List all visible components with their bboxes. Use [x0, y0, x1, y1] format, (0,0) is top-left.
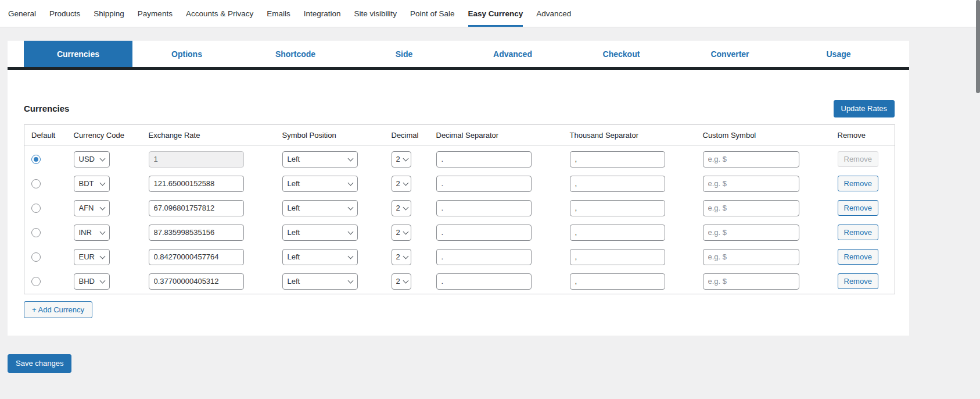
- thousand-separator-input[interactable]: [570, 151, 665, 168]
- decimal-select[interactable]: 2: [392, 249, 411, 265]
- thousand-separator-input[interactable]: [570, 249, 665, 265]
- thousand-separator-input[interactable]: [570, 176, 665, 192]
- settings-tab-easy-currency[interactable]: Easy Currency: [468, 0, 523, 27]
- decimal-separator-input[interactable]: [436, 249, 532, 265]
- custom-symbol-input[interactable]: [703, 225, 799, 241]
- thousand-separator-input[interactable]: [570, 200, 665, 216]
- column-header-decimal-separator: Decimal Separator: [429, 124, 563, 145]
- exchange-rate-input[interactable]: [149, 225, 244, 241]
- column-header-currency-code: Currency Code: [67, 124, 142, 145]
- settings-tab-advanced[interactable]: Advanced: [536, 0, 571, 27]
- settings-tab-shipping[interactable]: Shipping: [94, 0, 124, 27]
- currency-row-inr: INRLeft2Remove: [24, 220, 895, 245]
- decimal-separator-input[interactable]: [436, 200, 532, 216]
- default-currency-radio[interactable]: [31, 204, 41, 213]
- decimal-select[interactable]: 2: [392, 273, 411, 290]
- default-currency-radio[interactable]: [31, 277, 41, 286]
- currencies-panel-body: Currencies Update Rates DefaultCurrency …: [8, 100, 909, 336]
- exchange-rate-input[interactable]: [149, 151, 244, 168]
- settings-tab-site-visibility[interactable]: Site visibility: [354, 0, 397, 27]
- remove-button[interactable]: Remove: [838, 200, 878, 216]
- settings-tab-products[interactable]: Products: [49, 0, 80, 27]
- decimal-select-wrapper: 2: [392, 200, 411, 216]
- section-title: Currencies: [24, 104, 69, 113]
- remove-button[interactable]: Remove: [838, 273, 878, 290]
- custom-symbol-input[interactable]: [703, 273, 799, 290]
- tab-usage[interactable]: Usage: [784, 41, 893, 67]
- currency-code-select[interactable]: EUR: [74, 249, 110, 265]
- settings-tab-accounts-privacy[interactable]: Accounts & Privacy: [186, 0, 253, 27]
- settings-tab-emails[interactable]: Emails: [267, 0, 290, 27]
- default-currency-radio[interactable]: [31, 252, 41, 262]
- symbol-position-select-wrapper: Left: [282, 273, 358, 290]
- settings-tab-point-of-sale[interactable]: Point of Sale: [410, 0, 455, 27]
- settings-tab-payments[interactable]: Payments: [138, 0, 173, 27]
- remove-button[interactable]: Remove: [838, 151, 878, 168]
- symbol-position-select[interactable]: Left: [282, 225, 358, 241]
- column-header-custom-symbol: Custom Symbol: [696, 124, 831, 145]
- remove-button[interactable]: Remove: [838, 225, 878, 241]
- default-currency-radio[interactable]: [31, 228, 41, 237]
- default-currency-radio[interactable]: [31, 155, 41, 164]
- settings-tab-general[interactable]: General: [8, 0, 36, 27]
- scrollbar-track: [976, 0, 980, 399]
- currency-code-select-wrapper: BHD: [74, 273, 110, 290]
- decimal-separator-input[interactable]: [436, 176, 532, 192]
- tab-options[interactable]: Options: [132, 41, 241, 67]
- column-header-symbol-position: Symbol Position: [275, 124, 385, 145]
- add-currency-button[interactable]: + Add Currency: [24, 301, 92, 319]
- update-rates-button[interactable]: Update Rates: [834, 100, 895, 117]
- currency-code-select-wrapper: INR: [74, 225, 110, 241]
- custom-symbol-input[interactable]: [703, 176, 799, 192]
- decimal-select[interactable]: 2: [392, 151, 411, 168]
- decimal-select-wrapper: 2: [392, 151, 411, 168]
- exchange-rate-input[interactable]: [149, 176, 244, 192]
- section-header: Currencies Update Rates: [24, 100, 895, 117]
- symbol-position-select[interactable]: Left: [282, 176, 358, 192]
- symbol-position-select[interactable]: Left: [282, 249, 358, 265]
- decimal-separator-input[interactable]: [436, 151, 532, 168]
- currency-row-afn: AFNLeft2Remove: [24, 196, 895, 220]
- custom-symbol-input[interactable]: [703, 249, 799, 265]
- custom-symbol-input[interactable]: [703, 151, 799, 168]
- decimal-select[interactable]: 2: [392, 225, 411, 241]
- settings-tab-integration[interactable]: Integration: [304, 0, 341, 27]
- scrollbar[interactable]: [976, 0, 980, 93]
- currency-code-select[interactable]: USD: [74, 151, 110, 168]
- remove-button[interactable]: Remove: [838, 176, 878, 192]
- column-header-thousand-separator: Thousand Separator: [563, 124, 696, 145]
- currency-code-select[interactable]: BDT: [74, 176, 110, 192]
- decimal-separator-input[interactable]: [436, 225, 532, 241]
- symbol-position-select[interactable]: Left: [282, 200, 358, 216]
- tab-converter[interactable]: Converter: [676, 41, 784, 67]
- custom-symbol-input[interactable]: [703, 200, 799, 216]
- exchange-rate-input[interactable]: [149, 249, 244, 265]
- symbol-position-select-wrapper: Left: [282, 176, 358, 192]
- remove-button[interactable]: Remove: [838, 249, 878, 265]
- default-currency-radio[interactable]: [31, 179, 41, 188]
- currencies-table: DefaultCurrency CodeExchange RateSymbol …: [24, 124, 895, 294]
- tab-underbar: [8, 67, 909, 70]
- tab-advanced[interactable]: Advanced: [458, 41, 567, 67]
- exchange-rate-input[interactable]: [149, 273, 244, 290]
- currency-code-select[interactable]: INR: [74, 225, 110, 241]
- decimal-select[interactable]: 2: [392, 176, 411, 192]
- thousand-separator-input[interactable]: [570, 225, 665, 241]
- decimal-separator-input[interactable]: [436, 273, 532, 290]
- save-changes-button[interactable]: Save changes: [8, 354, 71, 373]
- decimal-select-wrapper: 2: [392, 273, 411, 290]
- symbol-position-select-wrapper: Left: [282, 249, 358, 265]
- tab-currencies[interactable]: Currencies: [24, 41, 132, 67]
- tab-checkout[interactable]: Checkout: [567, 41, 676, 67]
- symbol-position-select[interactable]: Left: [282, 273, 358, 290]
- decimal-select-wrapper: 2: [392, 176, 411, 192]
- symbol-position-select[interactable]: Left: [282, 151, 358, 168]
- exchange-rate-input[interactable]: [149, 200, 244, 216]
- tab-side[interactable]: Side: [350, 41, 458, 67]
- currency-row-eur: EURLeft2Remove: [24, 245, 895, 269]
- currency-code-select[interactable]: BHD: [74, 273, 110, 290]
- decimal-select[interactable]: 2: [392, 200, 411, 216]
- currency-code-select[interactable]: AFN: [74, 200, 110, 216]
- tab-shortcode[interactable]: Shortcode: [241, 41, 350, 67]
- thousand-separator-input[interactable]: [570, 273, 665, 290]
